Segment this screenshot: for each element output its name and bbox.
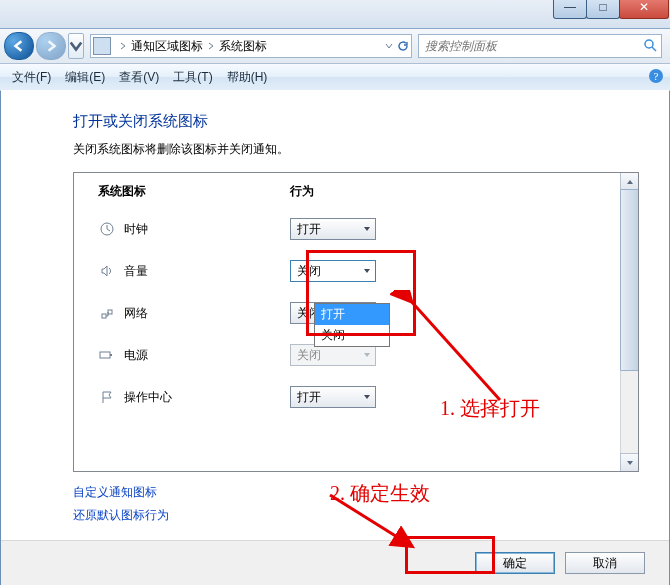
search-input[interactable] [423,38,643,54]
chevron-right-icon [119,39,127,53]
navbar: 通知区域图标 系统图标 [0,29,670,64]
chevron-down-icon [363,390,371,404]
arrow-left-icon [13,40,25,52]
location-icon [93,37,111,55]
breadcrumb-item[interactable]: 系统图标 [219,38,267,55]
dropdown-option-open[interactable]: 打开 [315,304,389,325]
svg-point-0 [645,40,653,48]
combo-power: 关闭 [290,344,376,366]
refresh-icon[interactable] [397,40,409,52]
row-label: 时钟 [124,221,290,238]
chevron-right-icon [207,39,215,53]
scroll-thumb[interactable] [620,189,639,371]
close-button[interactable]: ✕ [619,0,669,19]
row-label: 操作中心 [124,389,290,406]
menu-edit[interactable]: 编辑(E) [59,66,111,89]
combo-value: 打开 [297,389,321,406]
menu-view[interactable]: 查看(V) [113,66,165,89]
dropdown-option-close[interactable]: 关闭 [315,325,389,346]
titlebar: — □ ✕ [0,0,670,29]
combo-volume[interactable]: 关闭 [290,260,376,282]
scrollbar[interactable] [620,173,638,471]
row-label: 网络 [124,305,290,322]
svg-rect-4 [102,314,106,318]
menu-help[interactable]: 帮助(H) [221,66,274,89]
chevron-down-icon [363,348,371,362]
history-dropdown-button[interactable] [68,33,84,59]
cancel-button[interactable]: 取消 [565,552,645,574]
combo-action-center[interactable]: 打开 [290,386,376,408]
chevron-down-icon [385,42,393,50]
breadcrumb-item[interactable]: 通知区域图标 [131,38,203,55]
chevron-down-icon [363,222,371,236]
link-group: 自定义通知图标 还原默认图标行为 [73,484,639,524]
svg-rect-6 [100,352,110,358]
maximize-button[interactable]: □ [586,0,620,19]
search-icon[interactable] [643,38,657,55]
row-volume: 音量 关闭 [98,256,610,286]
window-controls: — □ ✕ [554,0,669,19]
svg-rect-7 [110,354,112,356]
menu-file[interactable]: 文件(F) [6,66,57,89]
minimize-button[interactable]: — [553,0,587,19]
breadcrumb[interactable]: 通知区域图标 系统图标 [90,34,412,58]
flag-icon [98,389,116,405]
help-icon[interactable]: ? [648,68,664,87]
power-icon [98,347,116,363]
combo-value: 打开 [297,221,321,238]
scroll-down-button[interactable] [620,453,639,472]
footer: 确定 取消 [1,540,669,585]
back-button[interactable] [4,32,34,60]
clock-icon [98,221,116,237]
search-box[interactable] [418,34,662,58]
page-title: 打开或关闭系统图标 [73,112,639,131]
row-label: 电源 [124,347,290,364]
network-icon [98,305,116,321]
combo-value: 关闭 [297,347,321,364]
combo-clock[interactable]: 打开 [290,218,376,240]
chevron-down-icon [363,264,371,278]
svg-rect-5 [108,310,112,314]
page-description: 关闭系统图标将删除该图标并关闭通知。 [73,141,639,158]
content-area: 打开或关闭系统图标 关闭系统图标将删除该图标并关闭通知。 系统图标 行为 时钟 … [1,90,669,585]
row-label: 音量 [124,263,290,280]
ok-button[interactable]: 确定 [475,552,555,574]
svg-text:?: ? [654,70,659,82]
column-header-icon: 系统图标 [98,183,290,200]
menubar: 文件(F) 编辑(E) 查看(V) 工具(T) 帮助(H) ? [0,64,670,91]
combo-value: 关闭 [297,263,321,280]
volume-icon [98,263,116,279]
chevron-down-icon [69,39,83,53]
row-action-center: 操作中心 打开 [98,382,610,412]
combo-volume-dropdown[interactable]: 打开 关闭 [314,303,390,347]
column-header-behavior: 行为 [290,183,314,200]
link-restore-default[interactable]: 还原默认图标行为 [73,507,639,524]
link-customize-icons[interactable]: 自定义通知图标 [73,484,639,501]
icon-list: 系统图标 行为 时钟 打开 音量 关闭 [73,172,639,472]
menu-tools[interactable]: 工具(T) [167,66,218,89]
forward-button[interactable] [36,32,66,60]
arrow-right-icon [45,40,57,52]
row-clock: 时钟 打开 [98,214,610,244]
window: — □ ✕ 通知区域图标 系统图标 [0,0,670,585]
